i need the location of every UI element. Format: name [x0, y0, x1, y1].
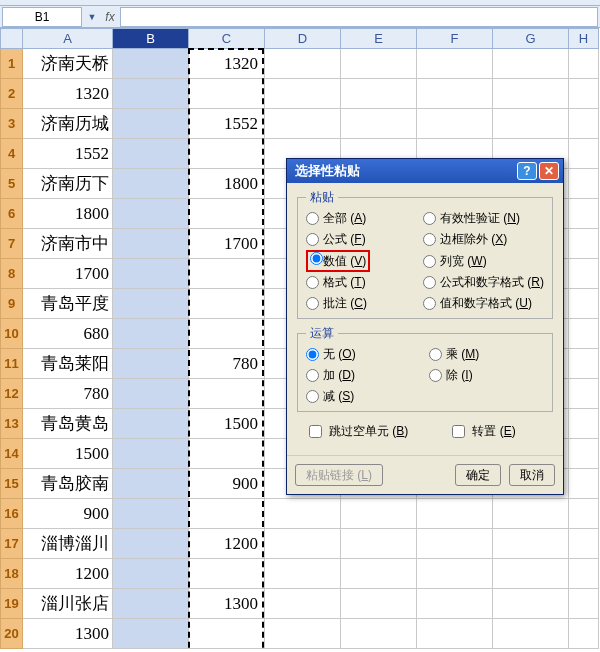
cell-B20[interactable]	[113, 619, 189, 649]
cell-E20[interactable]	[341, 619, 417, 649]
row-header[interactable]: 6	[1, 199, 23, 229]
radio-op-I[interactable]: 除 (I)	[429, 367, 544, 384]
cell-C15[interactable]: 900	[189, 469, 265, 499]
cell-H3[interactable]	[569, 109, 599, 139]
cell-A16[interactable]: 900	[23, 499, 113, 529]
radio-paste-T[interactable]: 格式 (T)	[306, 274, 415, 291]
cell-H2[interactable]	[569, 79, 599, 109]
column-header-A[interactable]: A	[23, 29, 113, 49]
dialog-titlebar[interactable]: 选择性粘贴 ? ✕	[287, 159, 563, 183]
column-header-F[interactable]: F	[417, 29, 493, 49]
cell-B1[interactable]	[113, 49, 189, 79]
cell-A18[interactable]: 1200	[23, 559, 113, 589]
cell-C16[interactable]	[189, 499, 265, 529]
row-header[interactable]: 9	[1, 289, 23, 319]
cell-A14[interactable]: 1500	[23, 439, 113, 469]
radio-paste-V[interactable]: 数值 (V)	[306, 252, 415, 270]
row-header[interactable]: 18	[1, 559, 23, 589]
close-button[interactable]: ✕	[539, 162, 559, 180]
cell-A20[interactable]: 1300	[23, 619, 113, 649]
radio-input[interactable]	[423, 297, 436, 310]
radio-input[interactable]	[423, 255, 436, 268]
cell-G3[interactable]	[493, 109, 569, 139]
skip-blanks-input[interactable]	[309, 425, 322, 438]
fx-icon[interactable]: fx	[100, 10, 120, 24]
cell-B17[interactable]	[113, 529, 189, 559]
cell-F18[interactable]	[417, 559, 493, 589]
cell-H11[interactable]	[569, 349, 599, 379]
cell-A3[interactable]: 济南历城	[23, 109, 113, 139]
row-header[interactable]: 1	[1, 49, 23, 79]
radio-paste-R[interactable]: 公式和数字格式 (R)	[423, 274, 544, 291]
cell-D17[interactable]	[265, 529, 341, 559]
column-header-H[interactable]: H	[569, 29, 599, 49]
cell-H12[interactable]	[569, 379, 599, 409]
cell-C6[interactable]	[189, 199, 265, 229]
radio-op-O[interactable]: 无 (O)	[306, 346, 421, 363]
cell-A11[interactable]: 青岛莱阳	[23, 349, 113, 379]
row-header[interactable]: 11	[1, 349, 23, 379]
cell-B12[interactable]	[113, 379, 189, 409]
cell-H7[interactable]	[569, 229, 599, 259]
column-header-G[interactable]: G	[493, 29, 569, 49]
cell-B15[interactable]	[113, 469, 189, 499]
row-header[interactable]: 16	[1, 499, 23, 529]
radio-input[interactable]	[306, 348, 319, 361]
cell-H19[interactable]	[569, 589, 599, 619]
cell-H6[interactable]	[569, 199, 599, 229]
cell-E2[interactable]	[341, 79, 417, 109]
cell-A8[interactable]: 1700	[23, 259, 113, 289]
cell-C5[interactable]: 1800	[189, 169, 265, 199]
cell-G17[interactable]	[493, 529, 569, 559]
transpose-checkbox[interactable]: 转置 (E)	[448, 422, 515, 441]
cell-A12[interactable]: 780	[23, 379, 113, 409]
cell-B2[interactable]	[113, 79, 189, 109]
cell-H16[interactable]	[569, 499, 599, 529]
radio-input[interactable]	[310, 252, 323, 265]
cell-C9[interactable]	[189, 289, 265, 319]
cell-H18[interactable]	[569, 559, 599, 589]
radio-op-D[interactable]: 加 (D)	[306, 367, 421, 384]
cell-C4[interactable]	[189, 139, 265, 169]
cell-H17[interactable]	[569, 529, 599, 559]
cell-B18[interactable]	[113, 559, 189, 589]
radio-paste-N[interactable]: 有效性验证 (N)	[423, 210, 544, 227]
row-header[interactable]: 12	[1, 379, 23, 409]
radio-op-M[interactable]: 乘 (M)	[429, 346, 544, 363]
radio-input[interactable]	[429, 348, 442, 361]
cell-B8[interactable]	[113, 259, 189, 289]
cell-E17[interactable]	[341, 529, 417, 559]
row-header[interactable]: 10	[1, 319, 23, 349]
formula-input[interactable]	[120, 7, 598, 27]
cell-C2[interactable]	[189, 79, 265, 109]
row-header[interactable]: 15	[1, 469, 23, 499]
cell-H15[interactable]	[569, 469, 599, 499]
cell-E18[interactable]	[341, 559, 417, 589]
cell-B11[interactable]	[113, 349, 189, 379]
cell-A6[interactable]: 1800	[23, 199, 113, 229]
cell-A17[interactable]: 淄博淄川	[23, 529, 113, 559]
cell-D16[interactable]	[265, 499, 341, 529]
cell-E16[interactable]	[341, 499, 417, 529]
cell-C3[interactable]: 1552	[189, 109, 265, 139]
cell-H8[interactable]	[569, 259, 599, 289]
cell-H4[interactable]	[569, 139, 599, 169]
cell-D18[interactable]	[265, 559, 341, 589]
cell-A13[interactable]: 青岛黄岛	[23, 409, 113, 439]
cell-H1[interactable]	[569, 49, 599, 79]
cell-A19[interactable]: 淄川张店	[23, 589, 113, 619]
cell-C12[interactable]	[189, 379, 265, 409]
radio-input[interactable]	[306, 390, 319, 403]
cell-F1[interactable]	[417, 49, 493, 79]
cell-G1[interactable]	[493, 49, 569, 79]
radio-input[interactable]	[306, 369, 319, 382]
cell-C8[interactable]	[189, 259, 265, 289]
cell-E19[interactable]	[341, 589, 417, 619]
cell-H10[interactable]	[569, 319, 599, 349]
row-header[interactable]: 20	[1, 619, 23, 649]
cell-A4[interactable]: 1552	[23, 139, 113, 169]
cell-C1[interactable]: 1320	[189, 49, 265, 79]
radio-paste-C[interactable]: 批注 (C)	[306, 295, 415, 312]
row-header[interactable]: 5	[1, 169, 23, 199]
cell-B19[interactable]	[113, 589, 189, 619]
